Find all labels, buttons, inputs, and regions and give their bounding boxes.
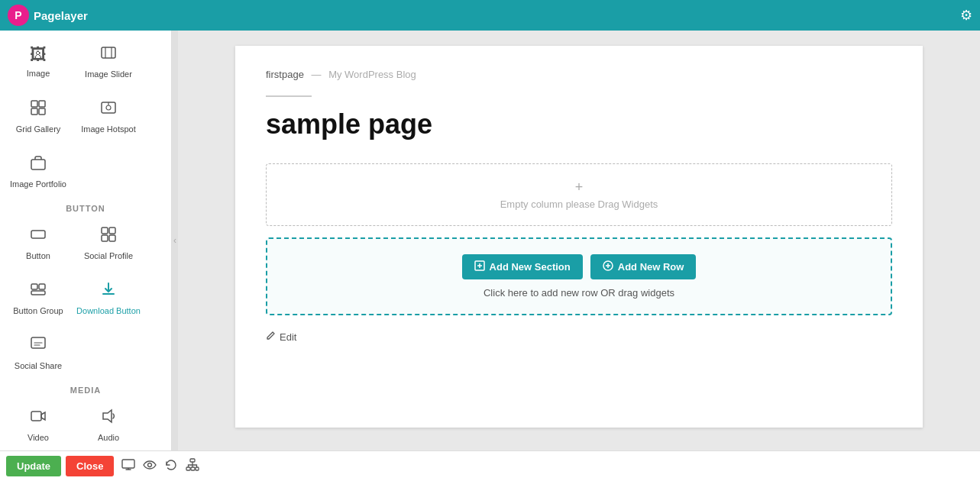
update-button[interactable]: Update (6, 456, 61, 476)
gear-icon[interactable]: ⚙ (960, 7, 972, 24)
widget-label-image-hotspot: Image Hotspot (81, 124, 136, 134)
sidebar-item-video[interactable]: Video (4, 398, 73, 450)
add-row-label: Add New Row (618, 261, 684, 273)
add-hint-text: Click here to add new row OR drag widget… (283, 287, 875, 299)
sidebar-item-image-hotspot[interactable]: Image Hotspot (74, 89, 143, 143)
bottom-bar: Update Close (0, 450, 980, 481)
widget-label-social-profile: Social Profile (84, 251, 133, 260)
svg-rect-10 (31, 231, 45, 238)
main-layout: 🖼 Image Image Slider Grid Gallery (0, 31, 980, 450)
svg-rect-6 (39, 108, 45, 115)
social-share-icon (30, 336, 47, 357)
widget-label-image-portfolio: Image Portfolio (10, 179, 66, 189)
sidebar-item-audio[interactable]: Audio (74, 398, 143, 450)
breadcrumb-separator: — (312, 69, 322, 80)
logo: P Pagelayer (8, 5, 88, 26)
drop-zone-text: Empty column please Drag Widgets (500, 199, 658, 210)
edit-link[interactable]: Edit (266, 331, 892, 343)
image-hotspot-icon (100, 99, 117, 121)
widget-label-video: Video (27, 433, 49, 442)
audio-icon (100, 408, 117, 429)
sidebar-item-social-share[interactable]: Social Share (4, 326, 73, 379)
widget-label-grid-gallery: Grid Gallery (16, 124, 61, 134)
svg-rect-36 (196, 467, 199, 470)
svg-rect-0 (102, 47, 115, 58)
add-section-icon (474, 260, 485, 273)
image-portfolio-icon (30, 154, 47, 176)
svg-marker-20 (103, 410, 112, 422)
sidebar-item-image-slider[interactable]: Image Slider (74, 34, 143, 88)
breadcrumb: firstpage — My WordPress Blog (266, 69, 892, 80)
page-title: sample page (266, 108, 892, 140)
svg-rect-3 (31, 101, 37, 107)
button-group-icon (30, 281, 47, 302)
site-map-icon[interactable] (186, 458, 199, 475)
svg-rect-35 (191, 467, 195, 470)
widget-label-button-group: Button Group (13, 306, 63, 315)
sidebar-item-button[interactable]: Button (4, 216, 73, 270)
add-section-buttons: Add New Section Add New Row (283, 254, 875, 279)
drop-zone-plus-icon: + (282, 179, 876, 195)
video-icon (30, 408, 47, 429)
svg-rect-13 (102, 235, 108, 241)
add-new-section-button[interactable]: Add New Section (462, 254, 583, 279)
button-icon (30, 226, 47, 247)
svg-rect-9 (31, 160, 45, 169)
widget-label-image-slider: Image Slider (85, 69, 132, 79)
sidebar: 🖼 Image Image Slider Grid Gallery (0, 31, 172, 450)
add-section-label: Add New Section (490, 261, 571, 273)
bottom-icons (121, 458, 199, 475)
section-label-media: MEDIA (4, 381, 167, 396)
svg-rect-16 (39, 284, 45, 289)
topbar: P Pagelayer ⚙ (0, 0, 980, 31)
widget-label-button: Button (26, 251, 50, 260)
add-new-row-button[interactable]: Add New Row (590, 254, 697, 279)
svg-rect-5 (31, 108, 37, 115)
edit-label: Edit (280, 331, 296, 343)
image-slider-icon (100, 44, 117, 66)
svg-point-8 (106, 105, 111, 110)
breadcrumb-site: My WordPress Blog (328, 69, 416, 80)
add-row-icon (603, 260, 613, 273)
desktop-icon[interactable] (121, 458, 135, 475)
empty-column-drop-zone[interactable]: + Empty column please Drag Widgets (266, 163, 892, 226)
svg-rect-29 (122, 460, 134, 468)
sidebar-widgets: 🖼 Image Image Slider Grid Gallery (0, 31, 171, 450)
page-frame: firstpage — My WordPress Blog sample pag… (235, 46, 923, 428)
sidebar-item-download-button[interactable]: Download Button (74, 271, 143, 324)
svg-point-32 (148, 463, 152, 466)
add-section-zone[interactable]: Add New Section Add New Row Click here t… (266, 237, 892, 315)
svg-rect-34 (186, 467, 190, 470)
sidebar-resizer[interactable] (172, 31, 178, 450)
svg-rect-15 (31, 284, 37, 289)
svg-rect-14 (109, 235, 115, 241)
svg-rect-12 (109, 228, 115, 234)
svg-rect-19 (31, 412, 41, 421)
svg-rect-17 (31, 291, 45, 295)
svg-rect-33 (190, 459, 195, 462)
widget-label-image: Image (27, 69, 50, 78)
svg-rect-4 (39, 101, 45, 107)
edit-pencil-icon (266, 331, 276, 343)
eye-icon[interactable] (143, 458, 157, 475)
download-button-icon (100, 281, 117, 302)
canvas-area: firstpage — My WordPress Blog sample pag… (178, 31, 980, 450)
close-button[interactable]: Close (66, 456, 114, 476)
logo-text: Pagelayer (34, 9, 88, 22)
sidebar-item-image[interactable]: 🖼 Image (4, 34, 73, 88)
widget-label-audio: Audio (98, 433, 119, 442)
sidebar-item-social-profile[interactable]: Social Profile (74, 216, 143, 270)
logo-icon: P (8, 5, 29, 26)
section-label-button: BUTTON (4, 199, 167, 215)
svg-rect-11 (102, 228, 108, 234)
widget-label-social-share: Social Share (15, 361, 62, 370)
undo-icon[interactable] (164, 458, 178, 475)
sidebar-item-image-portfolio[interactable]: Image Portfolio (4, 144, 73, 198)
grid-gallery-icon (30, 99, 47, 121)
sidebar-item-button-group[interactable]: Button Group (4, 271, 73, 324)
sidebar-item-grid-gallery[interactable]: Grid Gallery (4, 89, 73, 143)
breadcrumb-page: firstpage (266, 69, 304, 80)
widget-label-download-button: Download Button (76, 306, 141, 315)
page-divider (266, 95, 312, 97)
social-profile-icon (100, 226, 117, 247)
